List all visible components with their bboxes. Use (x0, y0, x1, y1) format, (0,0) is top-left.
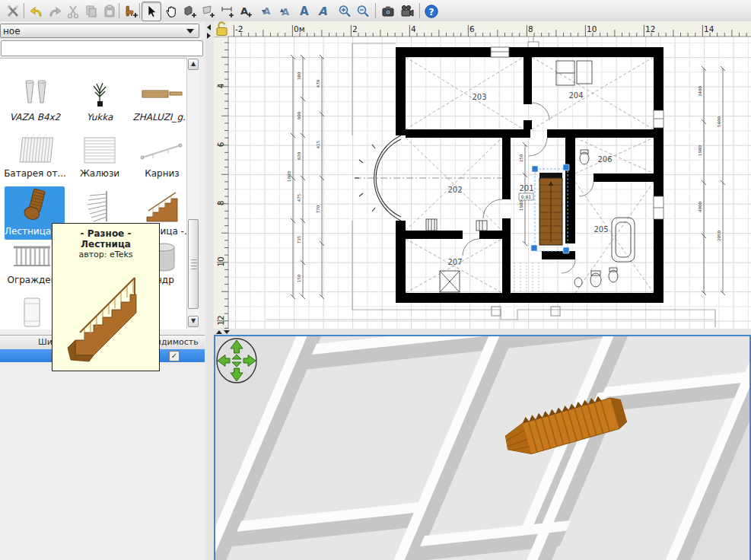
select-tool-button[interactable] (142, 2, 161, 21)
create-dimensions-button[interactable] (218, 2, 237, 21)
tooltip-author: автор: eTeks (53, 250, 159, 259)
collapse-up-icon[interactable] (216, 330, 222, 334)
zoom-out-button[interactable] (353, 2, 373, 21)
catalog-item-zhaluzi[interactable]: ZHALUZI_g... (130, 80, 194, 123)
search-input[interactable] (1, 40, 203, 56)
create-rooms-button[interactable] (199, 2, 218, 21)
stair-elevation-label: 0,91 (521, 194, 532, 199)
svg-text:3400: 3400 (698, 86, 702, 97)
add-furniture-icon (123, 4, 138, 19)
svg-text:1980: 1980 (698, 145, 702, 156)
room-203-label: 203 (472, 93, 486, 101)
svg-text:6: 6 (216, 142, 225, 147)
category-combobox[interactable]: ное (0, 24, 199, 38)
radiator-icon (15, 135, 55, 168)
increase-text-size-button[interactable]: A (275, 2, 295, 21)
svg-text:A: A (318, 5, 327, 18)
staircase-top-icon (12, 188, 58, 226)
svg-text:4000: 4000 (698, 202, 702, 212)
tooltip-item-name: Лестница (53, 239, 159, 250)
zoom-out-icon (355, 4, 371, 19)
paste-button[interactable] (100, 2, 119, 21)
staircase-railing-icon (141, 188, 183, 226)
svg-text:A: A (300, 5, 309, 18)
undo-button[interactable] (27, 2, 46, 21)
create-dimensions-icon (220, 4, 235, 19)
cut-button[interactable] (63, 2, 83, 21)
svg-text:0м: 0м (294, 24, 305, 33)
svg-text:620: 620 (297, 151, 301, 160)
room-206-label: 206 (597, 155, 612, 164)
zoom-in-icon (337, 4, 352, 19)
svg-text:?: ? (429, 7, 434, 18)
tooltip-staircase-image (60, 259, 151, 363)
floor-plan-svg: 380 900 620 475 735 150 1080 470 415 770… (214, 21, 751, 329)
create-rooms-icon (201, 4, 216, 19)
create-walls-button[interactable] (180, 2, 200, 21)
spiral-staircase-icon (81, 188, 119, 226)
house-3d (214, 336, 751, 560)
view-3d-svg (214, 336, 751, 560)
catalog-item-blinds[interactable]: Жалюзи (68, 135, 132, 179)
curtain-rod-icon (139, 135, 185, 168)
add-furniture-button[interactable] (121, 2, 141, 21)
room-202-label: 202 (447, 186, 462, 194)
expand-down-icon[interactable] (224, 330, 230, 334)
svg-text:1080: 1080 (287, 171, 291, 182)
scrollbar-thumb[interactable] (188, 219, 199, 309)
tooltip-category: - Разное - (53, 228, 159, 239)
cut-icon (65, 4, 81, 19)
expand-right-icon[interactable] (207, 33, 211, 39)
bold-icon: A (297, 4, 312, 19)
electric-box-icon (15, 296, 49, 329)
create-photo-button[interactable] (378, 2, 398, 21)
svg-text:8: 8 (216, 201, 225, 206)
svg-text:12: 12 (645, 24, 655, 33)
svg-text:470: 470 (316, 79, 320, 88)
preferences-button[interactable] (3, 2, 23, 21)
svg-text:735: 735 (297, 235, 301, 243)
help-icon: ? (424, 4, 439, 19)
create-video-button[interactable] (397, 2, 417, 21)
svg-text:14: 14 (704, 24, 714, 33)
zoom-in-button[interactable] (335, 2, 355, 21)
fence-icon (11, 241, 53, 275)
vase-icon (18, 80, 52, 112)
create-walls-icon (183, 4, 198, 19)
scroll-up-button[interactable]: ▲ (188, 59, 199, 70)
catalog-item-yukka[interactable]: Yukka (68, 80, 132, 123)
svg-text:5400: 5400 (717, 116, 721, 127)
visibility-checkbox[interactable]: ✓ (169, 351, 180, 361)
category-combobox-value: ное (3, 26, 21, 37)
catalog-scrollbar[interactable]: ▲ ▼ (186, 58, 199, 329)
svg-text:770: 770 (316, 205, 320, 213)
svg-text:1980: 1980 (519, 200, 523, 211)
svg-text:12: 12 (216, 315, 225, 325)
decrease-text-size-icon: A (259, 4, 275, 19)
catalog-item-cornice[interactable]: Карниз (130, 135, 194, 179)
italic-button[interactable]: A (313, 2, 333, 21)
svg-text:4: 4 (411, 24, 416, 33)
catalog-tooltip: - Разное - Лестница автор: eTeks (52, 223, 160, 371)
redo-button[interactable] (45, 2, 65, 21)
scroll-down-button[interactable]: ▼ (188, 316, 199, 327)
add-text-button[interactable]: A (236, 2, 256, 21)
svg-text:415: 415 (316, 140, 320, 148)
decrease-text-size-button[interactable]: A (257, 2, 277, 21)
view-3d[interactable] (214, 336, 751, 560)
copy-button[interactable] (81, 2, 101, 21)
horizontal-splitter[interactable] (214, 329, 751, 336)
bold-button[interactable]: A (294, 2, 314, 21)
collapse-left-icon[interactable] (207, 24, 211, 30)
svg-text:2050: 2050 (717, 231, 721, 241)
svg-text:A: A (240, 5, 248, 17)
pan-tool-button[interactable] (161, 2, 181, 21)
help-button[interactable]: ? (422, 2, 441, 21)
pan-hand-icon (164, 4, 179, 19)
plan-2d-view[interactable]: 380 900 620 475 735 150 1080 470 415 770… (214, 21, 751, 329)
main-toolbar: A A A A A (0, 0, 751, 22)
preferences-icon (5, 4, 21, 19)
catalog-item-radiator[interactable]: Батарея от... (3, 135, 67, 179)
catalog-item-vaza[interactable]: VAZA B4x2 (3, 80, 67, 123)
svg-text:150: 150 (519, 154, 523, 162)
